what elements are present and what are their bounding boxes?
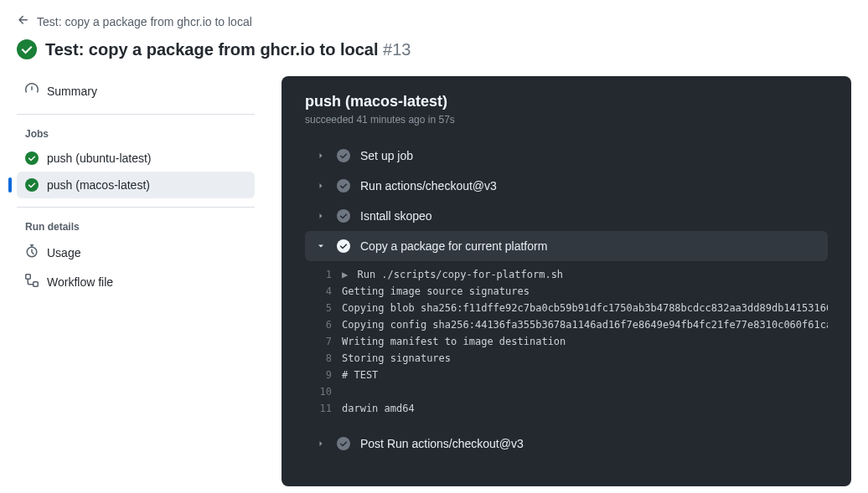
meter-icon [25, 83, 39, 99]
arrow-left-icon [17, 13, 30, 29]
sidebar-item-label: Usage [47, 246, 80, 259]
sidebar-item-label: push (macos-latest) [47, 178, 150, 192]
step-label: Post Run actions/checkout@v3 [360, 437, 524, 450]
line-number: 11 [305, 400, 342, 417]
svg-point-4 [337, 179, 350, 193]
log-output: 1 ▶ Run ./scripts/copy-for-platform.sh 4… [305, 261, 828, 429]
check-circle-icon [337, 239, 350, 253]
divider [17, 207, 255, 208]
breadcrumb-label: Test: copy a package from ghcr.io to loc… [37, 15, 252, 28]
chevron-right-icon [315, 439, 327, 449]
step-row[interactable]: Set up job [305, 141, 828, 171]
log-line: 9 # TEST [305, 367, 828, 383]
sidebar-item-workflow-file[interactable]: Workflow file [17, 267, 255, 296]
check-circle-icon [337, 209, 350, 223]
step-label: Isntall skopeo [360, 209, 432, 223]
log-line: 8 Storing signatures [305, 350, 828, 367]
svg-point-5 [337, 209, 350, 223]
run-details-section-label: Run details [17, 216, 255, 238]
page-title: Test: copy a package from ghcr.io to loc… [45, 40, 411, 59]
svg-point-1 [25, 151, 39, 165]
chevron-down-icon [315, 241, 327, 251]
step-row[interactable]: Copy a package for current platform [305, 231, 828, 261]
steps-list: Set up job Run actions/checkout@v3 [282, 137, 851, 475]
check-circle-icon [337, 437, 350, 450]
divider [17, 114, 255, 115]
log-line: 11 darwin amd64 [305, 400, 828, 417]
sidebar-item-label: push (ubuntu-latest) [47, 151, 152, 165]
log-line: 7 Writing manifest to image destination [305, 333, 828, 350]
sidebar-item-label: Workflow file [47, 275, 113, 289]
check-circle-icon [17, 39, 37, 59]
stopwatch-icon [25, 244, 39, 260]
job-header: push (macos-latest) succeeded 41 minutes… [282, 76, 851, 137]
job-panel: push (macos-latest) succeeded 41 minutes… [282, 76, 851, 486]
svg-point-7 [337, 437, 350, 450]
step-row[interactable]: Run actions/checkout@v3 [305, 171, 828, 201]
step-label: Set up job [360, 149, 413, 162]
line-number: 1 [305, 266, 342, 283]
job-name: push (macos-latest) [305, 93, 828, 110]
check-circle-icon [25, 178, 39, 192]
line-number: 7 [305, 333, 342, 350]
breadcrumb[interactable]: Test: copy a package from ghcr.io to loc… [17, 13, 851, 29]
log-line: 6 Copying config sha256:44136fa355b3678a… [305, 316, 828, 333]
sidebar-item-job-macos[interactable]: push (macos-latest) [17, 172, 255, 198]
step-row[interactable]: Isntall skopeo [305, 201, 828, 231]
jobs-section-label: Jobs [17, 123, 255, 145]
log-line: 10 [305, 383, 828, 400]
svg-point-2 [25, 178, 39, 192]
log-line: 4 Getting image source signatures [305, 283, 828, 300]
log-line: 5 Copying blob sha256:f11dffe92c7ba0cb59… [305, 300, 828, 316]
svg-point-0 [17, 39, 37, 59]
line-number: 10 [305, 383, 342, 400]
line-number: 4 [305, 283, 342, 300]
run-number: #13 [383, 40, 411, 59]
step-label: Run actions/checkout@v3 [360, 179, 497, 193]
log-line[interactable]: 1 ▶ Run ./scripts/copy-for-platform.sh [305, 266, 828, 283]
step-label: Copy a package for current platform [360, 239, 547, 253]
line-number: 6 [305, 316, 342, 333]
check-circle-icon [337, 179, 350, 193]
svg-point-3 [337, 149, 350, 162]
svg-point-6 [337, 239, 350, 253]
line-number: 8 [305, 350, 342, 367]
sidebar-item-label: Summary [47, 85, 97, 98]
check-circle-icon [25, 151, 39, 165]
chevron-right-icon [315, 151, 327, 161]
workflow-icon [25, 274, 39, 290]
sidebar-item-job-ubuntu[interactable]: push (ubuntu-latest) [17, 145, 255, 172]
line-number: 9 [305, 367, 342, 383]
sidebar-item-usage[interactable]: Usage [17, 238, 255, 267]
check-circle-icon [337, 149, 350, 162]
sidebar-item-summary[interactable]: Summary [17, 76, 255, 105]
chevron-right-icon [315, 181, 327, 191]
line-number: 5 [305, 300, 342, 316]
step-row[interactable]: Post Run actions/checkout@v3 [305, 429, 828, 459]
sidebar: Summary Jobs push (ubuntu-latest) push (… [17, 76, 255, 486]
page-title-row: Test: copy a package from ghcr.io to loc… [17, 39, 851, 59]
chevron-right-icon [315, 211, 327, 221]
job-meta: succeeded 41 minutes ago in 57s [305, 114, 828, 126]
